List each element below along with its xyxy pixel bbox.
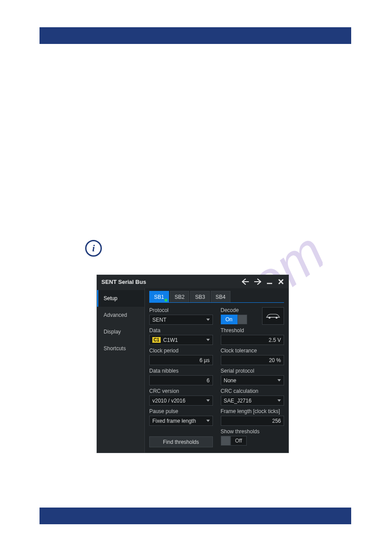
bus-tabs: SB1 SB2 SB3 SB4 [149, 291, 284, 303]
chevron-down-icon [277, 399, 281, 402]
tab-sb4[interactable]: SB4 [211, 291, 230, 302]
toggle-decode-on: On [221, 315, 237, 324]
chevron-down-icon [206, 399, 210, 402]
dropdown-crc-calculation[interactable]: SAE_J2716 [221, 395, 284, 406]
input-value: 2.5 V [269, 337, 281, 343]
forward-icon[interactable] [254, 279, 261, 285]
button-label: Find thresholds [163, 439, 199, 445]
minimize-icon[interactable] [266, 279, 273, 285]
field-clock-period: Clock period 6 µs [149, 348, 213, 365]
field-find-thresholds: Find thresholds [149, 428, 213, 447]
chevron-down-icon [206, 420, 210, 422]
dropdown-value: v2010 / v2016 [152, 398, 185, 404]
dropdown-data[interactable]: C1 C1W1 [149, 335, 213, 345]
car-icon [265, 312, 281, 320]
field-crc-calculation: CRC calculation SAE_J2716 [221, 388, 284, 406]
dialog-content: SB1 SB2 SB3 SB4 Protocol SENT [144, 288, 288, 453]
field-decode-row: Decode On [221, 307, 284, 325]
dropdown-value: SAE_J2716 [224, 398, 252, 404]
field-clock-tolerance: Clock tolerance 20 % [221, 348, 284, 365]
close-icon[interactable] [278, 279, 284, 285]
dialog-sidenav: Setup Advanced Display Shortcuts [97, 288, 144, 453]
find-thresholds-button[interactable]: Find thresholds [149, 436, 213, 447]
info-icon-glyph: i [85, 240, 102, 257]
dropdown-value: C1W1 [163, 337, 178, 343]
label-pause-pulse: Pause pulse [149, 408, 213, 414]
input-frame-length[interactable]: 256 [221, 416, 284, 426]
field-data-nibbles: Data nibbles 6 [149, 368, 213, 385]
tab-sb1[interactable]: SB1 [149, 291, 169, 302]
dropdown-pause-pulse[interactable]: Fixed frame length [149, 416, 213, 426]
sidenav-item-label: Setup [104, 295, 117, 301]
dialog-titlebar: SENT Serial Bus [97, 275, 288, 288]
field-show-thresholds: Show thresholds Off [221, 428, 284, 447]
label-frame-length: Frame length [clock ticks] [221, 408, 284, 414]
dropdown-value: Fixed frame length [152, 418, 196, 424]
toggle-knob [221, 436, 230, 446]
label-protocol: Protocol [149, 307, 213, 313]
sidenav-item-advanced[interactable]: Advanced [97, 307, 144, 323]
dropdown-value: None [224, 377, 237, 384]
input-clock-tolerance[interactable]: 20 % [221, 355, 284, 365]
label-data: Data [149, 327, 213, 334]
dropdown-serial-protocol[interactable]: None [221, 375, 284, 385]
label-decode: Decode [221, 307, 247, 313]
input-value: 20 % [269, 357, 281, 363]
input-data-nibbles[interactable]: 6 [149, 375, 213, 385]
tab-label: SB1 [154, 294, 164, 300]
input-threshold[interactable]: 2.5 V [221, 335, 284, 345]
input-value: 256 [272, 418, 281, 424]
label-show-thresholds: Show thresholds [221, 428, 284, 435]
sidenav-item-shortcuts[interactable]: Shortcuts [97, 340, 144, 357]
label-threshold: Threshold [221, 327, 284, 334]
sidenav-item-display[interactable]: Display [97, 323, 144, 340]
sidenav-item-label: Shortcuts [104, 345, 126, 352]
sidenav-item-label: Advanced [104, 312, 127, 318]
svg-point-3 [269, 317, 270, 319]
tab-sb2[interactable]: SB2 [170, 291, 190, 302]
tab-label: SB3 [195, 294, 205, 300]
dialog-title: SENT Serial Bus [101, 279, 146, 285]
toggle-decode[interactable]: On [221, 315, 247, 324]
input-value: 6 µs [200, 357, 210, 363]
chevron-down-icon [206, 319, 210, 321]
label-clock-period: Clock period [149, 348, 213, 354]
svg-point-4 [276, 317, 277, 319]
field-crc-version: CRC version v2010 / v2016 [149, 388, 213, 406]
dropdown-protocol[interactable]: SENT [149, 315, 213, 325]
tab-sb3[interactable]: SB3 [190, 291, 210, 302]
tab-label: SB2 [175, 294, 185, 300]
chevron-down-icon [277, 379, 281, 381]
toggle-off-label: Off [230, 436, 247, 446]
tab-label: SB4 [216, 294, 226, 300]
input-clock-period[interactable]: 6 µs [149, 355, 213, 365]
label-crc-version: CRC version [149, 388, 213, 394]
info-icon: i [85, 240, 102, 257]
sidenav-item-setup[interactable]: Setup [97, 290, 144, 307]
field-data: Data C1 C1W1 [149, 327, 213, 345]
label-data-nibbles: Data nibbles [149, 368, 213, 374]
protocol-category-icon[interactable] [262, 307, 284, 325]
channel-chip: C1 [152, 337, 161, 343]
field-pause-pulse: Pause pulse Fixed frame length [149, 408, 213, 426]
dropdown-value: SENT [152, 317, 166, 323]
label-clock-tolerance: Clock tolerance [221, 348, 284, 354]
sent-serial-bus-dialog: SENT Serial Bus Setup Advanced [97, 275, 289, 453]
field-frame-length: Frame length [clock ticks] 256 [221, 408, 284, 426]
toggle-show-thresholds[interactable]: Off [221, 436, 284, 446]
back-icon[interactable] [242, 279, 249, 285]
input-value: 6 [207, 377, 210, 384]
dropdown-crc-version[interactable]: v2010 / v2016 [149, 395, 213, 406]
field-protocol: Protocol SENT [149, 307, 213, 325]
field-serial-protocol: Serial protocol None [221, 368, 284, 385]
toggle-knob [237, 315, 247, 324]
label-crc-calculation: CRC calculation [221, 388, 284, 394]
field-threshold: Threshold 2.5 V [221, 327, 284, 345]
sidenav-item-label: Display [104, 329, 121, 335]
chevron-down-icon [206, 339, 210, 341]
page-footer-bar [40, 508, 351, 524]
label-serial-protocol: Serial protocol [221, 368, 284, 374]
titlebar-controls [242, 279, 284, 285]
page-header-bar [40, 27, 351, 44]
